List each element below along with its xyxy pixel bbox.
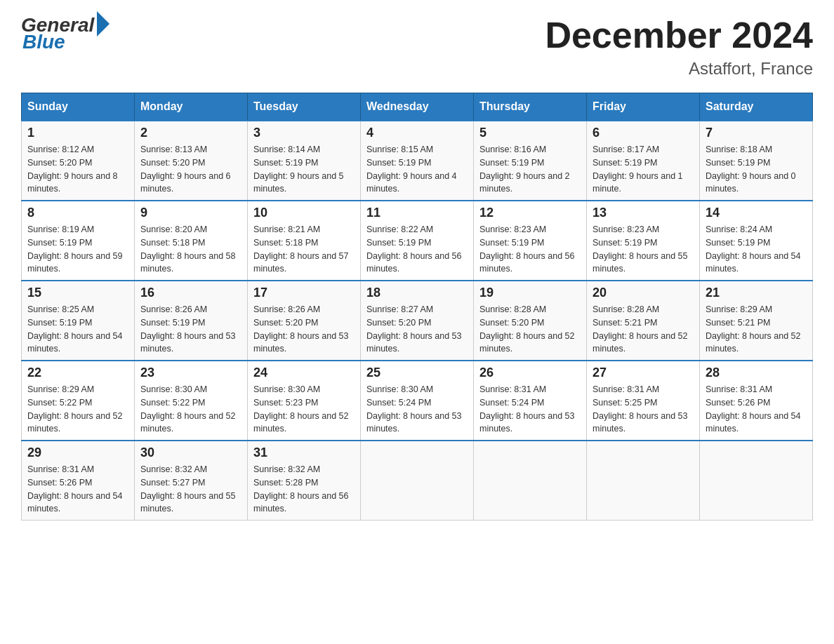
- calendar-week-row: 22Sunrise: 8:29 AMSunset: 5:22 PMDayligh…: [22, 361, 813, 441]
- calendar-cell: 30Sunrise: 8:32 AMSunset: 5:27 PMDayligh…: [135, 441, 248, 521]
- day-info: Sunrise: 8:23 AMSunset: 5:19 PMDaylight:…: [479, 223, 581, 276]
- page-header: General Blue December 2024 Astaffort, Fr…: [21, 14, 813, 79]
- day-info: Sunrise: 8:28 AMSunset: 5:20 PMDaylight:…: [479, 303, 581, 356]
- calendar-week-row: 29Sunrise: 8:31 AMSunset: 5:26 PMDayligh…: [22, 441, 813, 521]
- day-number: 20: [593, 286, 694, 300]
- day-number: 12: [479, 206, 581, 220]
- day-number: 21: [706, 286, 807, 300]
- col-header-monday: Monday: [135, 93, 248, 121]
- calendar-cell: 3Sunrise: 8:14 AMSunset: 5:19 PMDaylight…: [248, 121, 361, 201]
- day-number: 10: [253, 206, 355, 220]
- calendar-cell: 12Sunrise: 8:23 AMSunset: 5:19 PMDayligh…: [474, 201, 587, 281]
- calendar-cell: 24Sunrise: 8:30 AMSunset: 5:23 PMDayligh…: [248, 361, 361, 441]
- calendar-cell: 31Sunrise: 8:32 AMSunset: 5:28 PMDayligh…: [248, 441, 361, 521]
- calendar-header-row: SundayMondayTuesdayWednesdayThursdayFrid…: [22, 93, 813, 121]
- calendar-cell: 8Sunrise: 8:19 AMSunset: 5:19 PMDaylight…: [22, 201, 135, 281]
- day-number: 27: [593, 365, 694, 380]
- calendar-cell: 5Sunrise: 8:16 AMSunset: 5:19 PMDaylight…: [474, 121, 587, 201]
- calendar-cell: [700, 441, 813, 521]
- calendar-cell: 6Sunrise: 8:17 AMSunset: 5:19 PMDaylight…: [587, 121, 700, 201]
- day-info: Sunrise: 8:12 AMSunset: 5:20 PMDaylight:…: [27, 143, 128, 196]
- calendar-week-row: 15Sunrise: 8:25 AMSunset: 5:19 PMDayligh…: [22, 281, 813, 361]
- calendar-cell: 17Sunrise: 8:26 AMSunset: 5:20 PMDayligh…: [248, 281, 361, 361]
- day-info: Sunrise: 8:29 AMSunset: 5:21 PMDaylight:…: [706, 303, 807, 356]
- day-info: Sunrise: 8:24 AMSunset: 5:19 PMDaylight:…: [706, 223, 807, 276]
- day-info: Sunrise: 8:29 AMSunset: 5:22 PMDaylight:…: [27, 383, 128, 436]
- day-info: Sunrise: 8:14 AMSunset: 5:19 PMDaylight:…: [253, 143, 355, 196]
- day-info: Sunrise: 8:20 AMSunset: 5:18 PMDaylight:…: [140, 223, 241, 276]
- calendar-cell: 22Sunrise: 8:29 AMSunset: 5:22 PMDayligh…: [22, 361, 135, 441]
- col-header-tuesday: Tuesday: [248, 93, 361, 121]
- calendar-cell: 7Sunrise: 8:18 AMSunset: 5:19 PMDaylight…: [700, 121, 813, 201]
- day-info: Sunrise: 8:30 AMSunset: 5:24 PMDaylight:…: [366, 383, 468, 436]
- day-info: Sunrise: 8:30 AMSunset: 5:23 PMDaylight:…: [253, 383, 355, 436]
- calendar-cell: [361, 441, 474, 521]
- calendar-cell: [587, 441, 700, 521]
- calendar-cell: 10Sunrise: 8:21 AMSunset: 5:18 PMDayligh…: [248, 201, 361, 281]
- calendar-cell: 25Sunrise: 8:30 AMSunset: 5:24 PMDayligh…: [361, 361, 474, 441]
- day-info: Sunrise: 8:31 AMSunset: 5:26 PMDaylight:…: [27, 463, 128, 516]
- day-number: 18: [366, 286, 468, 300]
- day-info: Sunrise: 8:23 AMSunset: 5:19 PMDaylight:…: [593, 223, 694, 276]
- day-number: 7: [706, 126, 807, 140]
- calendar-cell: 13Sunrise: 8:23 AMSunset: 5:19 PMDayligh…: [587, 201, 700, 281]
- logo-blue-text: Blue: [22, 31, 65, 53]
- day-info: Sunrise: 8:28 AMSunset: 5:21 PMDaylight:…: [593, 303, 694, 356]
- day-number: 4: [366, 126, 468, 140]
- day-info: Sunrise: 8:22 AMSunset: 5:19 PMDaylight:…: [366, 223, 468, 276]
- calendar-cell: 1Sunrise: 8:12 AMSunset: 5:20 PMDaylight…: [22, 121, 135, 201]
- day-info: Sunrise: 8:26 AMSunset: 5:19 PMDaylight:…: [140, 303, 241, 356]
- day-number: 2: [140, 126, 241, 140]
- day-number: 17: [253, 286, 355, 300]
- calendar-cell: 28Sunrise: 8:31 AMSunset: 5:26 PMDayligh…: [700, 361, 813, 441]
- day-number: 25: [366, 365, 468, 380]
- day-number: 24: [253, 365, 355, 380]
- col-header-sunday: Sunday: [22, 93, 135, 121]
- calendar-cell: 14Sunrise: 8:24 AMSunset: 5:19 PMDayligh…: [700, 201, 813, 281]
- day-info: Sunrise: 8:17 AMSunset: 5:19 PMDaylight:…: [593, 143, 694, 196]
- day-number: 6: [593, 126, 694, 140]
- calendar-cell: 11Sunrise: 8:22 AMSunset: 5:19 PMDayligh…: [361, 201, 474, 281]
- logo-arrow-icon: [97, 11, 110, 36]
- day-number: 19: [479, 286, 581, 300]
- day-number: 22: [27, 365, 128, 380]
- day-number: 26: [479, 365, 581, 380]
- day-info: Sunrise: 8:26 AMSunset: 5:20 PMDaylight:…: [253, 303, 355, 356]
- day-number: 13: [593, 206, 694, 220]
- calendar-cell: 27Sunrise: 8:31 AMSunset: 5:25 PMDayligh…: [587, 361, 700, 441]
- calendar-cell: 19Sunrise: 8:28 AMSunset: 5:20 PMDayligh…: [474, 281, 587, 361]
- location-title: Astaffort, France: [545, 59, 813, 79]
- calendar-cell: 23Sunrise: 8:30 AMSunset: 5:22 PMDayligh…: [135, 361, 248, 441]
- day-info: Sunrise: 8:32 AMSunset: 5:28 PMDaylight:…: [253, 463, 355, 516]
- day-info: Sunrise: 8:13 AMSunset: 5:20 PMDaylight:…: [140, 143, 241, 196]
- day-info: Sunrise: 8:31 AMSunset: 5:25 PMDaylight:…: [593, 383, 694, 436]
- day-number: 8: [27, 206, 128, 220]
- day-info: Sunrise: 8:27 AMSunset: 5:20 PMDaylight:…: [366, 303, 468, 356]
- day-info: Sunrise: 8:16 AMSunset: 5:19 PMDaylight:…: [479, 143, 581, 196]
- day-number: 29: [27, 445, 128, 460]
- day-number: 23: [140, 365, 241, 380]
- day-info: Sunrise: 8:31 AMSunset: 5:26 PMDaylight:…: [706, 383, 807, 436]
- day-info: Sunrise: 8:32 AMSunset: 5:27 PMDaylight:…: [140, 463, 241, 516]
- calendar-cell: 26Sunrise: 8:31 AMSunset: 5:24 PMDayligh…: [474, 361, 587, 441]
- day-info: Sunrise: 8:30 AMSunset: 5:22 PMDaylight:…: [140, 383, 241, 436]
- title-block: December 2024 Astaffort, France: [545, 14, 813, 79]
- col-header-thursday: Thursday: [474, 93, 587, 121]
- calendar-cell: 21Sunrise: 8:29 AMSunset: 5:21 PMDayligh…: [700, 281, 813, 361]
- calendar-cell: 4Sunrise: 8:15 AMSunset: 5:19 PMDaylight…: [361, 121, 474, 201]
- month-title: December 2024: [545, 14, 813, 56]
- calendar-cell: 9Sunrise: 8:20 AMSunset: 5:18 PMDaylight…: [135, 201, 248, 281]
- day-info: Sunrise: 8:15 AMSunset: 5:19 PMDaylight:…: [366, 143, 468, 196]
- calendar-cell: 29Sunrise: 8:31 AMSunset: 5:26 PMDayligh…: [22, 441, 135, 521]
- day-number: 3: [253, 126, 355, 140]
- day-number: 31: [253, 445, 355, 460]
- day-number: 28: [706, 365, 807, 380]
- calendar-cell: 18Sunrise: 8:27 AMSunset: 5:20 PMDayligh…: [361, 281, 474, 361]
- col-header-wednesday: Wednesday: [361, 93, 474, 121]
- calendar-cell: 16Sunrise: 8:26 AMSunset: 5:19 PMDayligh…: [135, 281, 248, 361]
- day-number: 11: [366, 206, 468, 220]
- col-header-saturday: Saturday: [700, 93, 813, 121]
- col-header-friday: Friday: [587, 93, 700, 121]
- day-info: Sunrise: 8:18 AMSunset: 5:19 PMDaylight:…: [706, 143, 807, 196]
- calendar-week-row: 8Sunrise: 8:19 AMSunset: 5:19 PMDaylight…: [22, 201, 813, 281]
